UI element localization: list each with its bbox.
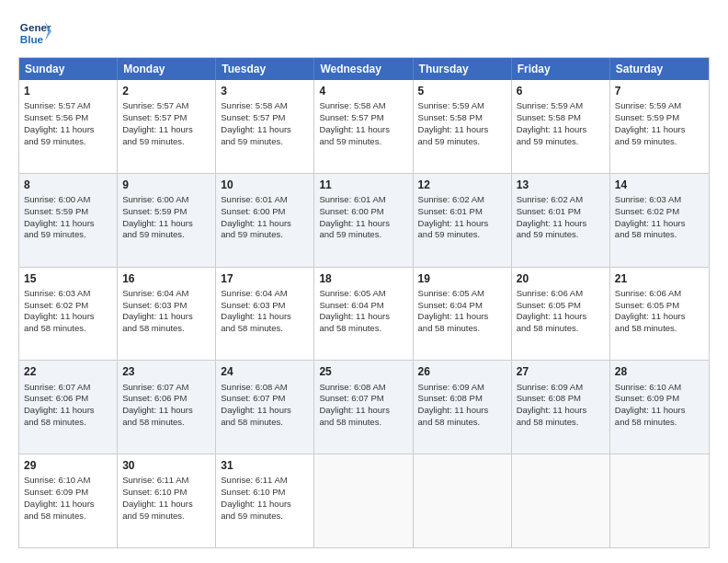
day-info-line: and 58 minutes. xyxy=(517,417,605,429)
day-info-line: Sunset: 6:04 PM xyxy=(418,300,506,312)
day-info-line: Sunset: 6:06 PM xyxy=(122,393,210,405)
day-info-line: Sunrise: 6:02 AM xyxy=(517,194,605,206)
day-info-line: Sunrise: 6:08 AM xyxy=(319,382,407,394)
day-info-line: Daylight: 11 hours xyxy=(517,218,605,230)
calendar-cell: 30Sunrise: 6:11 AMSunset: 6:10 PMDayligh… xyxy=(118,454,216,547)
day-info-line: and 58 minutes. xyxy=(122,323,210,335)
calendar-cell: 20Sunrise: 6:06 AMSunset: 6:05 PMDayligh… xyxy=(512,268,610,361)
day-number: 16 xyxy=(122,271,210,286)
day-info-line: Sunrise: 5:58 AM xyxy=(319,100,407,112)
calendar-cell: 1Sunrise: 5:57 AMSunset: 5:56 PMDaylight… xyxy=(19,80,118,173)
day-info-line: Daylight: 11 hours xyxy=(122,311,210,323)
day-info-line: Sunset: 6:02 PM xyxy=(24,300,112,312)
day-info-line: Sunrise: 6:01 AM xyxy=(319,194,407,206)
day-info-line: Sunset: 5:59 PM xyxy=(615,112,704,124)
day-info-line: Sunrise: 5:59 AM xyxy=(418,100,506,112)
day-info-line: Sunrise: 5:57 AM xyxy=(122,100,210,112)
day-info-line: Daylight: 11 hours xyxy=(319,218,407,230)
calendar-row: 22Sunrise: 6:07 AMSunset: 6:06 PMDayligh… xyxy=(19,360,709,454)
header-day-friday: Friday xyxy=(512,58,610,80)
header-day-thursday: Thursday xyxy=(414,58,512,80)
calendar-row: 1Sunrise: 5:57 AMSunset: 5:56 PMDaylight… xyxy=(19,80,709,173)
day-info-line: and 58 minutes. xyxy=(24,323,112,335)
calendar-cell xyxy=(414,454,512,547)
header-day-wednesday: Wednesday xyxy=(314,58,413,80)
header-day-saturday: Saturday xyxy=(610,58,709,80)
calendar-cell: 16Sunrise: 6:04 AMSunset: 6:03 PMDayligh… xyxy=(118,268,216,361)
day-info-line: Daylight: 11 hours xyxy=(418,124,506,136)
day-info-line: Sunset: 6:05 PM xyxy=(517,300,605,312)
day-info-line: Sunrise: 6:03 AM xyxy=(24,288,112,300)
day-info-line: and 58 minutes. xyxy=(24,417,112,429)
day-number: 29 xyxy=(24,458,112,473)
day-info-line: Daylight: 11 hours xyxy=(24,124,112,136)
day-info-line: and 59 minutes. xyxy=(122,511,210,523)
day-info-line: and 58 minutes. xyxy=(24,511,112,523)
day-info-line: Sunrise: 6:06 AM xyxy=(517,288,605,300)
day-info-line: Sunrise: 6:09 AM xyxy=(517,382,605,394)
calendar-cell: 13Sunrise: 6:02 AMSunset: 6:01 PMDayligh… xyxy=(512,174,610,267)
day-number: 25 xyxy=(319,364,407,379)
day-number: 2 xyxy=(122,84,210,98)
day-info-line: Sunset: 6:10 PM xyxy=(122,487,210,499)
day-info-line: Sunset: 5:58 PM xyxy=(418,112,506,124)
day-info-line: and 59 minutes. xyxy=(418,229,506,241)
day-info-line: Daylight: 11 hours xyxy=(122,124,210,136)
day-info-line: Sunset: 6:03 PM xyxy=(221,300,309,312)
day-info-line: Sunrise: 6:01 AM xyxy=(221,194,309,206)
day-number: 6 xyxy=(517,84,605,98)
day-info-line: Daylight: 11 hours xyxy=(122,405,210,417)
day-info-line: Sunset: 6:04 PM xyxy=(319,300,407,312)
calendar-cell: 5Sunrise: 5:59 AMSunset: 5:58 PMDaylight… xyxy=(414,80,512,173)
calendar-cell: 3Sunrise: 5:58 AMSunset: 5:57 PMDaylight… xyxy=(216,80,314,173)
day-info-line: Daylight: 11 hours xyxy=(319,405,407,417)
day-number: 24 xyxy=(221,364,309,379)
calendar-cell: 10Sunrise: 6:01 AMSunset: 6:00 PMDayligh… xyxy=(216,174,314,267)
day-info-line: Sunset: 6:00 PM xyxy=(319,206,407,218)
day-info-line: and 58 minutes. xyxy=(122,417,210,429)
day-info-line: Sunset: 5:57 PM xyxy=(122,112,210,124)
day-info-line: Sunset: 6:01 PM xyxy=(418,206,506,218)
day-info-line: and 59 minutes. xyxy=(24,229,112,241)
day-info-line: Sunrise: 5:58 AM xyxy=(221,100,309,112)
day-info-line: Daylight: 11 hours xyxy=(24,499,112,511)
day-info-line: Daylight: 11 hours xyxy=(24,405,112,417)
day-number: 1 xyxy=(24,84,112,98)
day-info-line: Sunrise: 6:04 AM xyxy=(122,288,210,300)
day-number: 28 xyxy=(615,364,704,379)
day-info-line: Sunrise: 6:10 AM xyxy=(24,475,112,487)
day-info-line: Sunset: 5:57 PM xyxy=(221,112,309,124)
day-info-line: and 59 minutes. xyxy=(319,229,407,241)
calendar-cell: 22Sunrise: 6:07 AMSunset: 6:06 PMDayligh… xyxy=(19,361,118,454)
day-info-line: and 58 minutes. xyxy=(221,323,309,335)
day-info-line: Sunset: 5:58 PM xyxy=(517,112,605,124)
day-info-line: Daylight: 11 hours xyxy=(517,405,605,417)
day-info-line: Daylight: 11 hours xyxy=(122,218,210,230)
calendar: SundayMondayTuesdayWednesdayThursdayFrid… xyxy=(18,57,710,548)
header: General Blue xyxy=(18,15,710,48)
calendar-cell: 29Sunrise: 6:10 AMSunset: 6:09 PMDayligh… xyxy=(19,454,118,547)
day-info-line: and 59 minutes. xyxy=(122,229,210,241)
calendar-cell: 17Sunrise: 6:04 AMSunset: 6:03 PMDayligh… xyxy=(216,268,314,361)
day-info-line: Sunset: 6:07 PM xyxy=(319,393,407,405)
day-info-line: Sunset: 5:56 PM xyxy=(24,112,112,124)
day-info-line: Sunrise: 6:10 AM xyxy=(615,382,704,394)
day-number: 4 xyxy=(319,84,407,98)
day-info-line: and 59 minutes. xyxy=(24,136,112,148)
day-number: 8 xyxy=(24,178,112,192)
day-info-line: Daylight: 11 hours xyxy=(24,218,112,230)
day-number: 31 xyxy=(221,458,309,473)
day-info-line: Daylight: 11 hours xyxy=(24,311,112,323)
day-info-line: Sunset: 6:05 PM xyxy=(615,300,704,312)
calendar-cell: 9Sunrise: 6:00 AMSunset: 5:59 PMDaylight… xyxy=(118,174,216,267)
calendar-cell: 21Sunrise: 6:06 AMSunset: 6:05 PMDayligh… xyxy=(610,268,709,361)
day-number: 13 xyxy=(517,178,605,192)
day-info-line: Sunrise: 6:07 AM xyxy=(24,382,112,394)
day-info-line: Daylight: 11 hours xyxy=(615,405,704,417)
day-info-line: Sunrise: 6:07 AM xyxy=(122,382,210,394)
day-info-line: and 59 minutes. xyxy=(221,511,309,523)
day-info-line: Sunset: 6:10 PM xyxy=(221,487,309,499)
day-number: 21 xyxy=(615,271,704,286)
day-info-line: Daylight: 11 hours xyxy=(615,218,704,230)
day-number: 26 xyxy=(418,364,506,379)
